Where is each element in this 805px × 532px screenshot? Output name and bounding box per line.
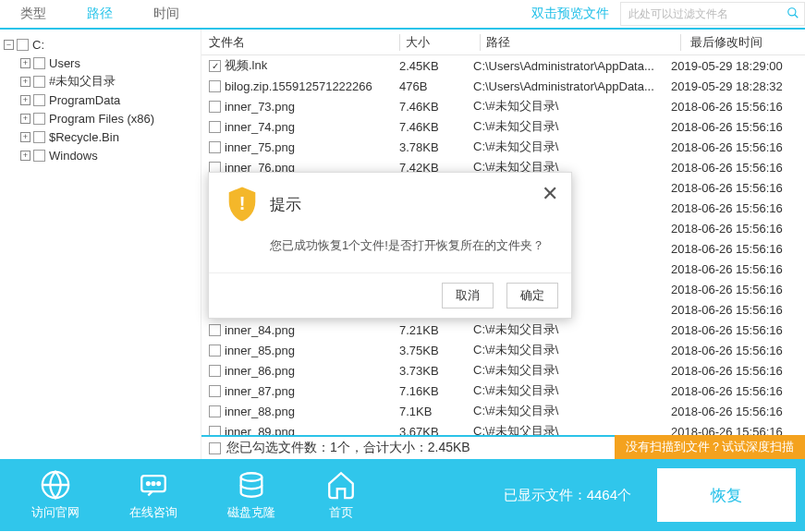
tree-checkbox[interactable] bbox=[33, 94, 45, 106]
file-name: inner_73.png bbox=[225, 100, 295, 114]
expand-icon[interactable]: + bbox=[20, 95, 30, 105]
file-size: 7.1KB bbox=[399, 405, 473, 418]
select-all-checkbox[interactable] bbox=[209, 442, 221, 454]
tree-item[interactable]: +Program Files (x86) bbox=[0, 109, 201, 127]
tree-item[interactable]: +Windows bbox=[0, 146, 201, 164]
tree-item-label: ProgramData bbox=[49, 93, 120, 107]
tree-checkbox[interactable] bbox=[33, 76, 45, 88]
file-name: inner_87.png bbox=[225, 384, 295, 398]
table-row[interactable]: inner_89.png3.67KBC:\#未知父目录\2018-06-26 1… bbox=[201, 421, 805, 435]
file-name: inner_88.png bbox=[225, 405, 295, 418]
expand-icon[interactable]: + bbox=[20, 77, 30, 87]
tree-item-label: Program Files (x86) bbox=[49, 112, 154, 126]
home-button[interactable]: 首页 bbox=[325, 469, 357, 521]
tab-path[interactable]: 路径 bbox=[67, 0, 133, 30]
close-icon[interactable]: ✕ bbox=[542, 182, 558, 206]
tree-checkbox[interactable] bbox=[33, 150, 45, 162]
table-row[interactable]: inner_74.png7.46KBC:\#未知父目录\2018-06-26 1… bbox=[201, 116, 805, 137]
file-time: 2018-06-26 15:56:16 bbox=[667, 384, 805, 398]
search-icon[interactable] bbox=[787, 6, 799, 22]
file-time: 2018-06-26 15:56:16 bbox=[667, 242, 805, 256]
search-input[interactable] bbox=[620, 2, 805, 26]
file-time: 2018-06-26 15:56:16 bbox=[667, 100, 805, 114]
svg-text:!: ! bbox=[239, 193, 246, 213]
row-checkbox[interactable] bbox=[209, 80, 221, 92]
file-time: 2019-05-29 18:28:32 bbox=[667, 79, 805, 93]
file-time: 2018-06-26 15:56:16 bbox=[667, 181, 805, 195]
file-size: 7.46KB bbox=[399, 120, 473, 134]
deep-scan-button[interactable]: 没有扫描到文件？试试深度扫描 bbox=[615, 435, 805, 459]
expand-icon[interactable]: + bbox=[20, 114, 30, 124]
file-time: 2018-06-26 15:56:16 bbox=[667, 344, 805, 357]
tree-item[interactable]: +ProgramData bbox=[0, 91, 201, 109]
recover-button[interactable]: 恢复 bbox=[657, 468, 796, 522]
tree-item[interactable]: +$Recycle.Bin bbox=[0, 127, 201, 146]
row-checkbox[interactable] bbox=[209, 385, 221, 397]
svg-line-1 bbox=[795, 15, 799, 18]
top-bar: 类型 路径 时间 双击预览文件 bbox=[0, 0, 805, 30]
summary-bar: 您已勾选文件数：1个，合计大小：2.45KB 没有扫描到文件？试试深度扫描 bbox=[201, 435, 805, 459]
chat-button[interactable]: 在线咨询 bbox=[129, 469, 177, 521]
file-size: 3.73KB bbox=[399, 364, 473, 378]
row-checkbox[interactable] bbox=[209, 324, 221, 336]
col-name[interactable]: 文件名 bbox=[201, 34, 399, 51]
cancel-button[interactable]: 取消 bbox=[442, 283, 494, 308]
tree-checkbox[interactable] bbox=[33, 131, 45, 143]
globe-icon bbox=[40, 469, 71, 501]
ok-button[interactable]: 确定 bbox=[506, 283, 558, 308]
confirm-dialog: ✕ ! 提示 您已成功恢复1个文件!是否打开恢复所在的文件夹？ 取消 确定 bbox=[208, 172, 572, 319]
tree-item[interactable]: +Users bbox=[0, 54, 201, 72]
file-path: C:\#未知父目录\ bbox=[473, 139, 667, 155]
disk-clone-button[interactable]: 磁盘克隆 bbox=[227, 469, 275, 521]
expand-icon[interactable]: + bbox=[20, 58, 30, 68]
table-row[interactable]: bilog.zip.155912571222266476BC:\Users\Ad… bbox=[201, 76, 805, 96]
svg-point-7 bbox=[241, 473, 262, 481]
file-time: 2018-06-26 15:56:16 bbox=[667, 364, 805, 378]
tab-time[interactable]: 时间 bbox=[133, 0, 200, 28]
tab-type-label: 类型 bbox=[20, 6, 46, 22]
table-row[interactable]: inner_73.png7.46KBC:\#未知父目录\2018-06-26 1… bbox=[201, 96, 805, 116]
tree-item[interactable]: +#未知父目录 bbox=[0, 72, 201, 91]
tab-time-label: 时间 bbox=[153, 6, 179, 22]
row-checkbox[interactable] bbox=[209, 101, 221, 113]
dialog-title: 提示 bbox=[270, 194, 301, 215]
file-path: C:\#未知父目录\ bbox=[473, 423, 667, 435]
col-path[interactable]: 路径 bbox=[486, 34, 680, 51]
file-name: inner_85.png bbox=[225, 344, 295, 357]
file-size: 7.16KB bbox=[399, 384, 473, 398]
row-checkbox[interactable] bbox=[209, 365, 221, 377]
file-name: inner_74.png bbox=[225, 120, 295, 134]
table-row[interactable]: inner_75.png3.78KBC:\#未知父目录\2018-06-26 1… bbox=[201, 137, 805, 157]
tab-type[interactable]: 类型 bbox=[0, 0, 67, 28]
col-time[interactable]: 最后修改时间 bbox=[687, 34, 805, 51]
row-checkbox[interactable] bbox=[209, 141, 221, 153]
collapse-icon[interactable]: − bbox=[4, 40, 14, 50]
file-count: 已显示文件：4464个 bbox=[504, 487, 631, 504]
col-size[interactable]: 大小 bbox=[406, 34, 480, 51]
tree-root[interactable]: − C: bbox=[0, 35, 201, 54]
expand-icon[interactable]: + bbox=[20, 132, 30, 142]
chat-icon bbox=[138, 469, 169, 501]
row-checkbox[interactable]: ✓ bbox=[209, 60, 221, 72]
row-checkbox[interactable] bbox=[209, 426, 221, 436]
table-row[interactable]: inner_88.png7.1KBC:\#未知父目录\2018-06-26 15… bbox=[201, 401, 805, 421]
file-time: 2018-06-26 15:56:16 bbox=[667, 323, 805, 337]
tree-checkbox[interactable] bbox=[17, 39, 29, 51]
svg-point-6 bbox=[157, 482, 160, 485]
row-checkbox[interactable] bbox=[209, 405, 221, 417]
file-size: 2.45KB bbox=[399, 59, 473, 73]
visit-site-button[interactable]: 访问官网 bbox=[31, 469, 79, 521]
tree-checkbox[interactable] bbox=[33, 57, 45, 69]
file-path: C:\#未知父目录\ bbox=[473, 118, 667, 135]
row-checkbox[interactable] bbox=[209, 345, 221, 357]
table-row[interactable]: inner_85.png3.75KBC:\#未知父目录\2018-06-26 1… bbox=[201, 340, 805, 360]
table-row[interactable]: inner_84.png7.21KBC:\#未知父目录\2018-06-26 1… bbox=[201, 320, 805, 340]
tree-checkbox[interactable] bbox=[33, 113, 45, 125]
row-checkbox[interactable] bbox=[209, 121, 221, 133]
table-row[interactable]: inner_86.png3.73KBC:\#未知父目录\2018-06-26 1… bbox=[201, 360, 805, 381]
shield-warning-icon: ! bbox=[226, 186, 259, 223]
table-row[interactable]: inner_87.png7.16KBC:\#未知父目录\2018-06-26 1… bbox=[201, 381, 805, 401]
expand-icon[interactable]: + bbox=[20, 151, 30, 161]
table-row[interactable]: ✓视频.lnk2.45KBC:\Users\Administrator\AppD… bbox=[201, 55, 805, 76]
topbar-right: 双击预览文件 bbox=[531, 0, 805, 28]
